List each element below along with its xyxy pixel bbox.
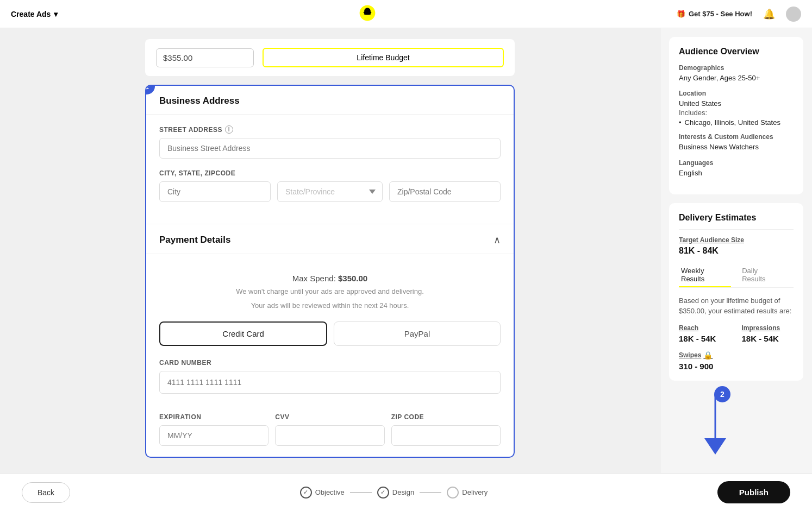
street-address-group: Street Address i <box>159 125 501 159</box>
delivery-check-icon: ○ <box>447 487 459 499</box>
bullet-icon: • <box>679 118 682 127</box>
top-navigation: Create Ads ▾ 🎁 Get $75 - See How! 🔔 <box>0 0 812 28</box>
weekly-results-tab[interactable]: Weekly Results <box>679 263 731 287</box>
notifications-bell[interactable]: 🔔 <box>763 8 775 20</box>
zip-input[interactable] <box>389 181 501 202</box>
user-avatar[interactable] <box>786 7 801 22</box>
street-info-icon[interactable]: i <box>225 125 233 134</box>
impressions-metric: Impressions 18K - 54K <box>742 324 794 343</box>
billing-zip-input[interactable] <box>391 425 501 446</box>
right-sidebar: Audience Overview Demographics Any Gende… <box>660 28 812 511</box>
reach-metric: Reach 18K - 54K <box>679 324 731 343</box>
billing-zip-group: Zip Code <box>391 413 501 446</box>
delivery-title: Delivery Estimates <box>679 213 794 223</box>
max-spend-note-line2: Your ads will be reviewed within the nex… <box>159 300 501 311</box>
budget-card-partial: Lifetime Budget <box>145 39 515 76</box>
create-ads-menu[interactable]: Create Ads ▾ <box>11 10 58 18</box>
payment-collapse-button[interactable]: ∧ <box>494 234 501 246</box>
business-address-header: Business Address <box>146 86 514 115</box>
publish-button[interactable]: Publish <box>717 481 790 503</box>
promo-button[interactable]: 🎁 Get $75 - See How! <box>677 10 752 18</box>
delivery-divider <box>679 229 794 230</box>
step-divider-2 <box>420 492 441 493</box>
location-row: Location United States Includes: • Chica… <box>679 90 794 127</box>
expiration-input[interactable] <box>159 425 268 446</box>
city-input[interactable] <box>159 181 271 202</box>
arrow-indicator <box>699 395 732 462</box>
state-select[interactable]: State/Province Illinois New York Califor… <box>277 181 383 202</box>
paypal-button[interactable]: PayPal <box>334 321 501 346</box>
street-address-label: Street Address i <box>159 125 501 134</box>
cvv-label: CVV <box>275 413 384 421</box>
content-wrapper: Lifetime Budget 1 Business Address Stree… <box>145 39 515 468</box>
languages-label: Languages <box>679 159 794 167</box>
card-details-row: Expiration CVV Zip Code <box>159 413 501 446</box>
delivery-estimates-card: Delivery Estimates Target Audience Size … <box>669 203 803 381</box>
business-address-body: Street Address i CITY, STATE, ZIPCODE St… <box>146 115 514 224</box>
promo-label: Get $75 - See How! <box>689 10 752 18</box>
max-spend-area: Max Spend: $350.00 We won't charge until… <box>159 265 501 321</box>
city-state-label: CITY, STATE, ZIPCODE <box>159 169 501 177</box>
daily-results-tab[interactable]: Daily Results <box>740 263 785 287</box>
progress-steps: ✓ Objective ✓ Design ○ Delivery <box>300 487 488 499</box>
business-address-card: 1 Business Address Street Address i CITY… <box>145 85 515 458</box>
max-spend-amount: $350.00 <box>338 274 367 283</box>
center-area: Lifetime Budget 1 Business Address Stree… <box>0 28 660 511</box>
card-number-input[interactable] <box>159 371 501 394</box>
reach-label: Reach <box>679 324 731 332</box>
expiration-group: Expiration <box>159 413 268 446</box>
cvv-group: CVV <box>275 413 384 446</box>
cvv-input[interactable] <box>275 425 384 446</box>
location-value: United States <box>679 99 794 109</box>
bottom-bar: Back ✓ Objective ✓ Design ○ Delivery Pub… <box>0 473 812 511</box>
step-design: ✓ Design <box>377 487 414 499</box>
interests-value: Business News Watchers <box>679 142 794 152</box>
design-label: Design <box>392 488 414 496</box>
swipes-label: Swipes 🔒 <box>679 351 794 359</box>
impressions-label: Impressions <box>742 324 794 332</box>
lock-icon: 🔒 <box>703 351 713 359</box>
card-number-label: Card Number <box>159 359 501 367</box>
location-label: Location <box>679 90 794 97</box>
back-button[interactable]: Back <box>22 482 70 503</box>
location-city: Chicago, Illinois, United States <box>685 118 780 127</box>
max-spend-note-line1: We won't charge until your ads are appro… <box>159 286 501 297</box>
design-check-icon: ✓ <box>377 487 389 499</box>
business-address-title: Business Address <box>159 96 240 106</box>
results-metrics: Reach 18K - 54K Impressions 18K - 54K <box>679 324 794 343</box>
location-city-bullet: • Chicago, Illinois, United States <box>679 118 794 127</box>
payment-header: Payment Details ∧ <box>146 224 514 254</box>
interests-row: Interests & Custom Audiences Business Ne… <box>679 133 794 152</box>
languages-row: Languages English <box>679 159 794 178</box>
step-divider-1 <box>350 492 372 493</box>
svg-marker-1 <box>704 438 726 455</box>
main-layout: Lifetime Budget 1 Business Address Stree… <box>0 28 812 511</box>
results-tabs: Weekly Results Daily Results <box>679 263 794 288</box>
lifetime-budget-button[interactable]: Lifetime Budget <box>263 48 504 67</box>
objective-check-icon: ✓ <box>300 487 312 499</box>
audience-overview-card: Audience Overview Demographics Any Gende… <box>669 37 803 194</box>
billing-zip-label: Zip Code <box>391 413 501 421</box>
demographics-row: Demographics Any Gender, Ages 25-50+ <box>679 64 794 83</box>
results-description: Based on your lifetime budget of $350.00… <box>679 295 794 317</box>
expiration-label: Expiration <box>159 413 268 421</box>
demographics-label: Demographics <box>679 64 794 72</box>
interests-label: Interests & Custom Audiences <box>679 133 794 141</box>
payment-body: Max Spend: $350.00 We won't charge until… <box>146 254 514 457</box>
swipes-metric: Swipes 🔒 310 - 900 <box>679 351 794 371</box>
credit-card-button[interactable]: Credit Card <box>159 321 327 346</box>
budget-amount-input[interactable] <box>156 48 254 67</box>
objective-label: Objective <box>315 488 345 496</box>
step-delivery: ○ Delivery <box>447 487 488 499</box>
chevron-down-icon: ▾ <box>54 10 58 18</box>
reach-value: 18K - 54K <box>679 334 731 343</box>
nav-right-area: 🎁 Get $75 - See How! 🔔 <box>677 7 801 22</box>
delivery-label: Delivery <box>462 488 488 496</box>
street-address-input[interactable] <box>159 138 501 159</box>
card-number-group: Card Number <box>159 359 501 402</box>
target-audience-size-value: 81K - 84K <box>679 246 794 256</box>
gift-icon: 🎁 <box>677 10 685 18</box>
payment-title: Payment Details <box>159 235 230 245</box>
payment-buttons-row: Credit Card PayPal <box>159 321 501 346</box>
city-state-group: CITY, STATE, ZIPCODE State/Province Illi… <box>159 169 501 202</box>
